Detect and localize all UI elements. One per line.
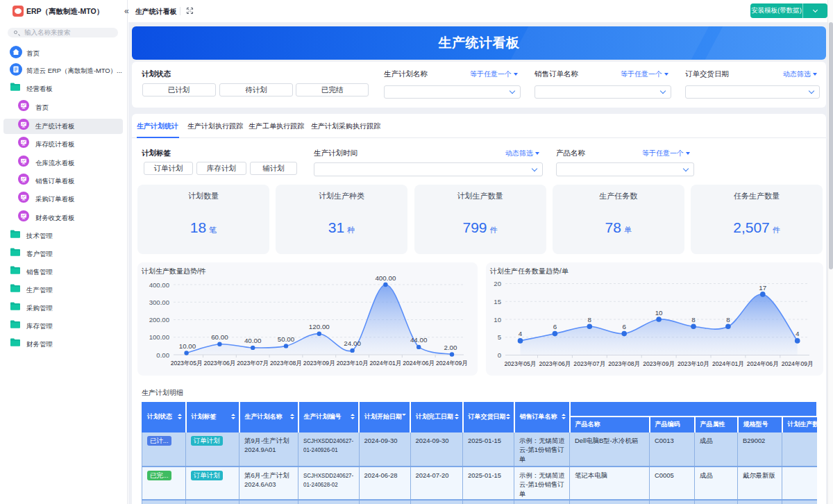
svg-text:0: 0 <box>498 351 501 359</box>
svg-text:2023年09月: 2023年09月 <box>643 360 675 367</box>
svg-text:2024年09月: 2024年09月 <box>782 360 814 367</box>
svg-text:2023年09月: 2023年09月 <box>303 360 335 367</box>
svg-text:17: 17 <box>759 284 766 292</box>
svg-text:300.00: 300.00 <box>149 299 169 306</box>
svg-text:2023年10月: 2023年10月 <box>337 360 369 367</box>
svg-text:400.00: 400.00 <box>149 281 169 289</box>
svg-text:100.00: 100.00 <box>149 333 169 341</box>
svg-text:2023年08月: 2023年08月 <box>608 360 640 367</box>
svg-text:2023年08月: 2023年08月 <box>270 360 302 367</box>
svg-text:50.00: 50.00 <box>278 335 295 343</box>
svg-text:60.00: 60.00 <box>211 333 228 341</box>
svg-text:8: 8 <box>691 316 696 324</box>
svg-text:6: 6 <box>553 323 557 330</box>
svg-text:40.00: 40.00 <box>244 337 262 344</box>
svg-text:2023年07月: 2023年07月 <box>237 360 269 367</box>
svg-text:4: 4 <box>519 330 523 337</box>
svg-text:2023年06月: 2023年06月 <box>539 360 571 367</box>
svg-text:20: 20 <box>494 280 501 287</box>
svg-text:2024年06月: 2024年06月 <box>403 360 435 367</box>
svg-text:2023年05月: 2023年05月 <box>171 360 203 367</box>
svg-text:2024年01月: 2024年01月 <box>369 360 401 367</box>
svg-text:2024年09月: 2024年09月 <box>436 360 468 367</box>
svg-text:6: 6 <box>622 323 626 330</box>
svg-text:8: 8 <box>726 316 730 324</box>
svg-text:10.00: 10.00 <box>179 342 196 350</box>
svg-text:5: 5 <box>498 333 501 341</box>
svg-text:2024年01月: 2024年01月 <box>712 360 744 367</box>
svg-text:400.00: 400.00 <box>375 274 396 282</box>
svg-text:15: 15 <box>494 298 501 305</box>
svg-text:8: 8 <box>588 316 592 324</box>
svg-text:200.00: 200.00 <box>149 316 169 324</box>
svg-text:0.00: 0.00 <box>156 351 169 359</box>
svg-text:2023年07月: 2023年07月 <box>573 360 605 367</box>
svg-text:10: 10 <box>655 309 663 317</box>
svg-text:2023年10月: 2023年10月 <box>678 360 709 367</box>
svg-text:24.00: 24.00 <box>344 339 361 347</box>
svg-text:44.00: 44.00 <box>410 336 428 344</box>
svg-text:2.00: 2.00 <box>444 344 457 351</box>
svg-text:10: 10 <box>494 316 501 324</box>
svg-text:120.00: 120.00 <box>309 323 330 330</box>
svg-text:2023年06月: 2023年06月 <box>203 360 235 367</box>
svg-text:2023年05月: 2023年05月 <box>505 360 537 367</box>
svg-text:4: 4 <box>796 330 800 337</box>
svg-text:2024年06月: 2024年06月 <box>747 360 779 367</box>
